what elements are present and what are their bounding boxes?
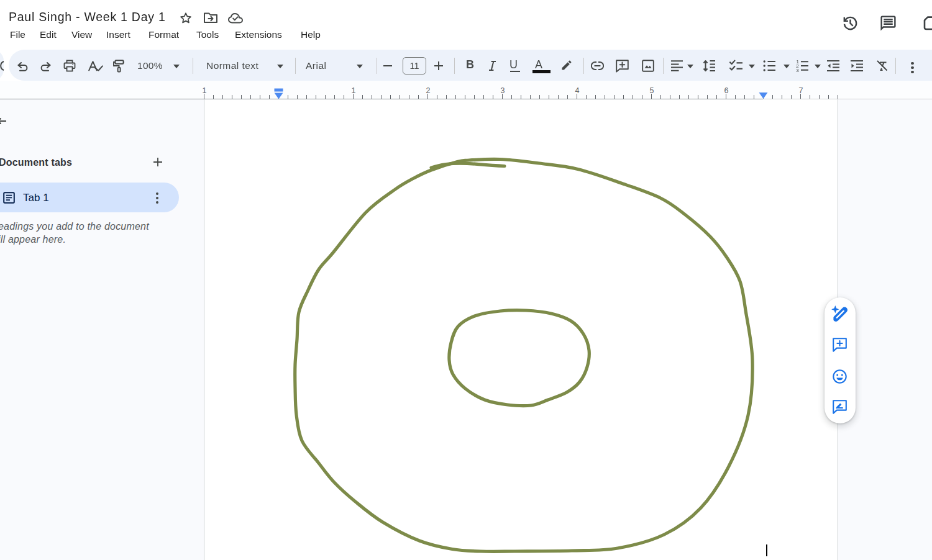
svg-text:3: 3 (796, 68, 799, 72)
